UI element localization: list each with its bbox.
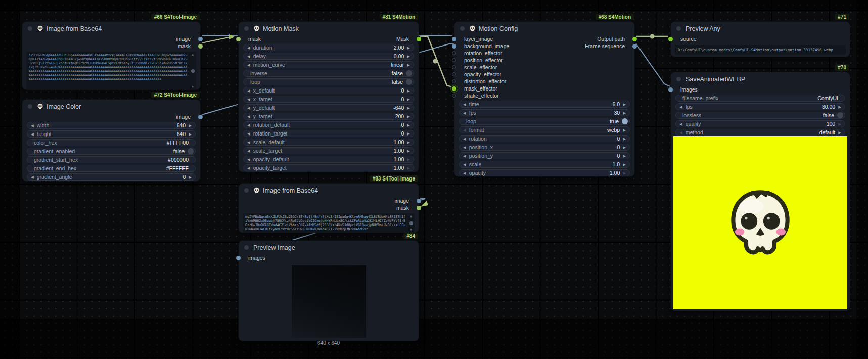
increment-arrow-icon[interactable]: ▶ [407,131,410,136]
decrement-arrow-icon[interactable]: ◀ [247,97,250,102]
decrement-arrow-icon[interactable]: ◀ [463,137,466,141]
output-port-image[interactable]: image [239,197,419,204]
widget-gradient-start-hex[interactable]: gradient_start_hex #000000 [27,156,196,163]
mask-output-dot[interactable] [417,37,421,41]
scroll-thumb[interactable] [191,69,195,73]
widget-lossless[interactable]: lossless false [675,112,845,119]
increment-arrow-icon[interactable]: ▶ [623,137,626,141]
widget-position-y[interactable]: ◀ position_y 0 ▶ [459,152,630,159]
widget-x-target[interactable]: ◀ x_target 0 ▶ [243,96,414,103]
prev-option-arrow-icon[interactable]: ◀ [247,63,250,67]
node-graph-canvas[interactable]: #66 S4Tool-Image Image from Base64 image… [0,0,868,359]
widget-quality[interactable]: ◀ quality 100 ▶ [675,120,845,127]
input-port-opacity-effector[interactable]: opacity_effector [454,71,634,78]
node-motion-config-68[interactable]: #68 S4Motion Motion Config Output path F… [454,21,635,177]
increment-arrow-icon[interactable]: ▶ [623,154,626,158]
widget-fps[interactable]: ◀ fps 30 ▶ [459,109,630,116]
input-port-images[interactable]: images [671,86,850,93]
node-image-color-72[interactable]: #72 S4Tool-Image Image Color image ◀ wid… [22,99,201,182]
node-title-bar[interactable]: Image from Base64 [22,22,200,35]
widget-width[interactable]: ◀ width 640 ▶ [27,122,196,129]
output-port-mask[interactable]: mask [239,204,419,211]
scroll-down-icon[interactable]: ▼ [192,85,194,89]
effector-port-dot[interactable] [452,79,456,83]
increment-arrow-icon[interactable]: ▶ [407,149,410,153]
decrement-arrow-icon[interactable]: ◀ [247,131,250,136]
next-option-arrow-icon[interactable]: ▶ [407,63,410,67]
scroll-up-icon[interactable]: ▲ [192,53,194,57]
input-port-images[interactable]: images [239,254,419,261]
input-port-mask-effector[interactable]: mask_effector [454,85,634,92]
increment-arrow-icon[interactable]: ▶ [189,123,192,128]
decrement-arrow-icon[interactable]: ◀ [247,114,250,119]
toggle-knob[interactable] [188,148,194,154]
increment-arrow-icon[interactable]: ▶ [407,157,410,162]
output-port-mask[interactable]: mask [22,42,200,50]
widget-opacity-target[interactable]: ◀ opacity_target 1.00 ▶ [243,164,414,171]
image-port-dot[interactable] [198,115,203,119]
node-title-bar[interactable]: Image from Base64 [239,184,419,197]
prev-option-arrow-icon[interactable]: ◀ [679,130,682,135]
next-option-arrow-icon[interactable]: ▶ [838,130,841,135]
widget-rotation-default[interactable]: ◀ rotation_default 0 ▶ [243,121,414,128]
input-port-scale-effector[interactable]: scale_effector [454,64,634,71]
widget-inverse[interactable]: inverse false [243,70,414,77]
widget-x-default[interactable]: ◀ x_default 0 ▶ [243,87,414,94]
decrement-arrow-icon[interactable]: ◀ [247,106,250,110]
toggle-knob[interactable] [406,79,412,85]
image-port-dot[interactable] [417,199,421,203]
widget-duration[interactable]: ◀ duration 2.00 ▶ [243,44,414,51]
decrement-arrow-icon[interactable]: ◀ [31,132,34,137]
effector-port-dot[interactable] [452,51,456,55]
node-title-bar[interactable]: SaveAnimatedWEBP [671,72,850,86]
scrollbar[interactable]: ▲ ▼ [190,53,195,89]
widget-position-x[interactable]: ◀ position_x 0 ▶ [459,144,630,151]
mask-effector-port-dot[interactable] [452,86,456,91]
effector-port-dot[interactable] [452,58,456,62]
decrement-arrow-icon[interactable]: ◀ [679,105,682,109]
next-option-arrow-icon[interactable]: ▶ [623,128,626,132]
widget-loop[interactable]: loop true [459,118,630,125]
node-preview-image-84[interactable]: #84 Preview Image images 640 x 640 [238,240,419,341]
increment-arrow-icon[interactable]: ▶ [623,171,626,175]
widget-rotation[interactable]: ◀ rotation 0 ▶ [459,135,630,142]
widget-opacity[interactable]: ◀ opacity 1.00 ▶ [459,169,630,176]
input-port-shake-effector[interactable]: shake_effector [454,92,634,99]
scroll-down-icon[interactable]: ▼ [410,228,412,232]
increment-arrow-icon[interactable]: ▶ [838,105,841,109]
prev-option-arrow-icon[interactable]: ◀ [463,128,466,132]
mask-port-dot[interactable] [417,206,421,210]
decrement-arrow-icon[interactable]: ◀ [463,145,466,150]
toggle-knob[interactable] [406,70,412,76]
widget-gradient-angle[interactable]: ◀ gradient_angle 0 ▶ [27,173,196,181]
decrement-arrow-icon[interactable]: ◀ [679,122,682,126]
increment-arrow-icon[interactable]: ▶ [189,132,192,137]
decrement-arrow-icon[interactable]: ◀ [247,166,250,170]
widget-loop[interactable]: loop false [243,78,414,85]
base64-text-field[interactable]: muIYFBwNqcW5xXJLFJsI8z25QJ/8T/Bb8j/5n/xf… [243,213,415,233]
node-save-animated-webp-70[interactable]: #70 SaveAnimatedWEBP images filename_pre… [670,72,850,311]
effector-port-dot[interactable] [452,72,456,76]
mask-port-dot[interactable] [198,44,203,49]
output-port-mask[interactable]: Mask [329,35,419,42]
decrement-arrow-icon[interactable]: ◀ [247,157,250,162]
decrement-arrow-icon[interactable]: ◀ [247,140,250,145]
toggle-knob[interactable] [622,118,628,124]
toggle-knob[interactable] [837,112,843,118]
increment-arrow-icon[interactable]: ▶ [623,102,626,107]
widget-color-hex[interactable]: color_hex #FFFF00 [27,139,196,146]
scroll-up-icon[interactable]: ▲ [410,214,412,218]
node-title-bar[interactable]: Preview Any [671,22,850,35]
widget-rotation-target[interactable]: ◀ rotation_target 0 ▶ [243,130,414,137]
increment-arrow-icon[interactable]: ▶ [623,162,626,167]
node-title-bar[interactable]: Image Color [22,100,200,113]
image-port-dot[interactable] [452,37,456,41]
image-port-dot[interactable] [198,37,203,41]
widget-scale-default[interactable]: ◀ scale_default 1.00 ▶ [243,139,414,146]
decrement-arrow-icon[interactable]: ◀ [247,54,250,59]
widget-gradient-end-hex[interactable]: gradient_end_hex #FFFFFF [27,165,196,172]
decrement-arrow-icon[interactable]: ◀ [463,154,466,158]
output-port-image[interactable]: image [22,35,200,42]
image-port-dot[interactable] [236,256,241,260]
decrement-arrow-icon[interactable]: ◀ [463,102,466,107]
